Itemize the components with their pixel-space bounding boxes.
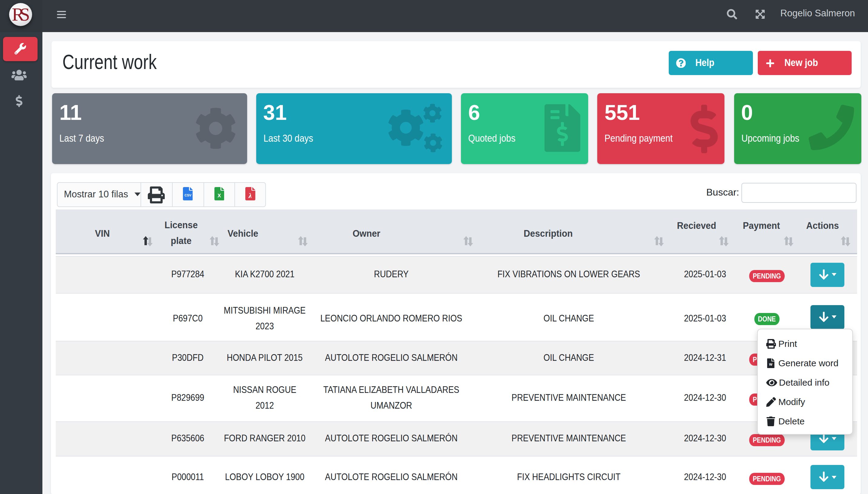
- svg-text:w: w: [769, 362, 773, 366]
- svg-text:λ: λ: [248, 191, 252, 199]
- svg-text:CSV: CSV: [184, 193, 191, 197]
- svg-text:X: X: [217, 192, 221, 198]
